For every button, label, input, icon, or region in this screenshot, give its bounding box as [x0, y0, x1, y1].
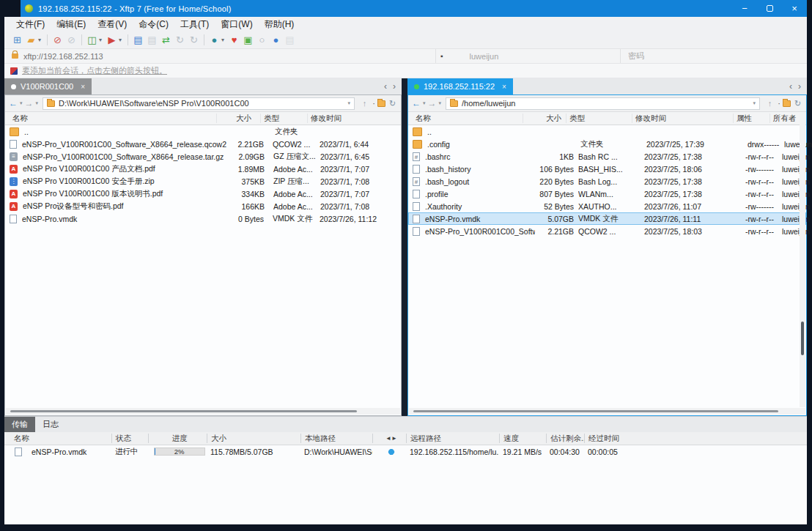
help-icon[interactable]: ●: [269, 31, 283, 49]
remote-vertical-scrollbar[interactable]: [800, 113, 805, 407]
column-size[interactable]: 大小: [216, 114, 251, 123]
column-status[interactable]: 状态: [111, 434, 148, 443]
column-name[interactable]: 名称: [413, 114, 523, 123]
transfer-row[interactable]: eNSP-Pro.vmdk进行中2%115.78MB/5.07GBD:\Work…: [4, 445, 807, 458]
forward-history-caret-icon[interactable]: ▾: [36, 100, 39, 106]
path-dropdown-icon[interactable]: ▾: [753, 100, 756, 106]
column-size[interactable]: 大小: [207, 434, 300, 443]
feedback-icon[interactable]: ▤: [283, 31, 297, 49]
back-history-caret-icon[interactable]: ▾: [20, 100, 23, 106]
forward-icon[interactable]: →: [427, 98, 438, 108]
properties-icon[interactable]: ▤: [131, 31, 145, 49]
file-row[interactable]: ..文件夹: [5, 125, 401, 138]
session-tip-text[interactable]: 要添加当前会话，点击左侧的箭头按钮。: [22, 65, 167, 76]
password-field[interactable]: 密码: [620, 49, 807, 63]
properties-disabled-icon[interactable]: ▤: [145, 31, 159, 49]
column-elapsed[interactable]: 经过时间: [584, 434, 635, 443]
minimize-button[interactable]: −: [732, 0, 757, 17]
column-modified[interactable]: 修改时间: [307, 114, 377, 123]
refresh-icon[interactable]: ↻: [792, 99, 803, 108]
column-remaining[interactable]: 估计剩余...: [546, 434, 584, 443]
tab-close-icon[interactable]: ×: [81, 83, 85, 91]
column-speed[interactable]: 速度: [499, 434, 546, 443]
tab-scroll-right-icon[interactable]: ›: [393, 81, 396, 92]
tab-scroll-right-icon[interactable]: ›: [798, 81, 801, 92]
column-permissions[interactable]: 属性: [733, 114, 769, 123]
disconnect-icon[interactable]: ⊘: [51, 31, 64, 49]
file-row[interactable]: .bashrc1KBBash RC ...2023/7/25, 17:38-rw…: [408, 150, 806, 163]
remote-horizontal-scrollbar[interactable]: [409, 408, 805, 415]
menu-tools[interactable]: 工具(T): [174, 18, 215, 31]
open-folder-icon[interactable]: [377, 100, 385, 107]
file-row[interactable]: eNSP-Pro.vmdk0 BytesVMDK 文件2023/7/26, 11…: [5, 212, 401, 225]
menu-edit[interactable]: 编辑(E): [51, 18, 92, 31]
local-horizontal-scrollbar[interactable]: [6, 408, 400, 415]
close-button[interactable]: ×: [782, 0, 807, 17]
scrollbar-thumb[interactable]: [10, 410, 357, 412]
file-row[interactable]: eNSP Pro设备型号和密码.pdf166KBAdobe Ac...2023/…: [5, 200, 401, 212]
file-row[interactable]: eNSP-Pro_V100R001C00_Software_X8664_...2…: [408, 225, 806, 237]
tab-scroll-left-icon[interactable]: ‹: [789, 81, 792, 92]
column-name[interactable]: 名称: [10, 434, 111, 443]
new-transfer-icon[interactable]: ◫: [85, 31, 99, 49]
column-modified[interactable]: 修改时间: [632, 114, 733, 123]
up-directory-icon[interactable]: ↑: [359, 99, 370, 108]
file-row[interactable]: eNSP-Pro_V100R001C00_Software_X8664_rele…: [5, 150, 401, 163]
back-icon[interactable]: ←: [411, 98, 421, 108]
forward-history-caret-icon[interactable]: ▾: [439, 100, 442, 106]
theme-icon[interactable]: ●: [207, 31, 221, 49]
favorites-icon[interactable]: ♥: [227, 31, 241, 49]
sync-browsing-icon[interactable]: ⇄: [159, 31, 173, 49]
column-type[interactable]: 类型: [566, 114, 632, 123]
file-row[interactable]: eNSP-Pro_V100R001C00_Software_X8664_rele…: [5, 138, 401, 150]
column-name[interactable]: 名称: [10, 114, 216, 123]
file-row[interactable]: .bash_logout220 BytesBash Log...2023/7/2…: [408, 175, 806, 187]
column-progress[interactable]: 进度: [148, 434, 207, 443]
new-transfer-icon-caret[interactable]: ▾: [99, 37, 105, 43]
path-dropdown-icon[interactable]: ▾: [347, 100, 350, 106]
refresh-local-icon[interactable]: ↻: [173, 31, 187, 49]
column-type[interactable]: 类型: [260, 114, 303, 123]
column-local-path[interactable]: 本地路径: [300, 434, 372, 443]
open-folder-icon[interactable]: [783, 100, 791, 107]
back-history-caret-icon[interactable]: ▾: [423, 100, 426, 106]
address-url-field[interactable]: xftp://192.168.252.113: [4, 49, 435, 63]
file-row[interactable]: .config文件夹2023/7/25, 17:39drwx------luwe…: [408, 138, 806, 150]
file-row[interactable]: eNSP Pro V100R001C00 产品文档.pdf1.89MBAdobe…: [5, 163, 401, 175]
forward-icon[interactable]: →: [24, 98, 34, 108]
scrollbar-thumb[interactable]: [413, 410, 778, 412]
column-owner[interactable]: 所有者: [769, 114, 799, 123]
back-icon[interactable]: ←: [8, 98, 18, 108]
menu-command[interactable]: 命令(C): [133, 18, 174, 31]
local-path-input[interactable]: D:\Work\HUAWEI\Software\eNSP Pro\V100R00…: [43, 97, 355, 110]
file-row[interactable]: .profile807 BytesWLANm...2023/7/25, 17:3…: [408, 187, 806, 200]
reconnect-icon[interactable]: ⊘: [64, 31, 78, 49]
file-row[interactable]: eNSP Pro V100R001C00 安全手册.zip375KBZIP 压缩…: [5, 175, 401, 187]
file-row[interactable]: eNSP-Pro.vmdk5.07GBVMDK 文件2023/7/26, 11:…: [408, 212, 806, 225]
up-directory-icon[interactable]: ↑: [764, 99, 775, 108]
resume-transfer-icon[interactable]: ▶: [105, 31, 119, 49]
file-row[interactable]: eNSP Pro V100R001C00 版本说明书.pdf334KBAdobe…: [5, 187, 401, 200]
refresh-icon[interactable]: ↻: [387, 99, 398, 108]
column-size[interactable]: 大小: [523, 114, 561, 123]
maximize-button[interactable]: [757, 0, 782, 17]
column-direction[interactable]: ◄►: [372, 434, 406, 443]
open-folder-icon[interactable]: ▰: [24, 31, 38, 49]
settings-icon[interactable]: ○: [255, 31, 269, 49]
menu-file[interactable]: 文件(F): [10, 18, 51, 31]
column-remote-path[interactable]: 远程路径: [406, 434, 499, 443]
menu-view[interactable]: 查看(V): [92, 18, 133, 31]
tab-transfer[interactable]: 传输: [4, 417, 35, 432]
theme-icon-caret[interactable]: ▾: [221, 37, 227, 43]
new-session-icon[interactable]: ⊞: [10, 31, 24, 49]
resume-transfer-icon-caret[interactable]: ▾: [119, 37, 125, 43]
menu-help[interactable]: 帮助(H): [259, 18, 300, 31]
tab-local-session[interactable]: V100R001C00 ×: [4, 78, 92, 94]
file-row[interactable]: .bash_history106 BytesBASH_HIS...2023/7/…: [408, 163, 806, 175]
username-field[interactable]: ▪ luweijun: [435, 49, 620, 63]
tab-close-icon[interactable]: ×: [502, 83, 506, 91]
remote-path-input[interactable]: /home/luweijun ▾: [446, 97, 760, 110]
menu-window[interactable]: 窗口(W): [215, 18, 258, 31]
file-row[interactable]: ..: [408, 125, 806, 138]
tab-remote-session[interactable]: 192.168.252.115:22 ×: [407, 78, 513, 94]
